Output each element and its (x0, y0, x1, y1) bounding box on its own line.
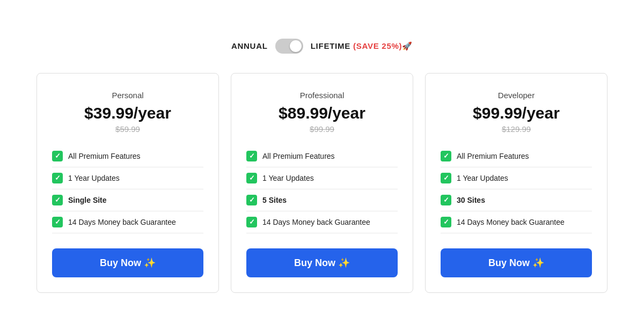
plans-container: Personal $39.99/year $59.99 ✓ All Premiu… (27, 73, 617, 293)
plan-price-personal: $39.99/year (84, 104, 171, 122)
save-badge: (SAVE 25%)🚀 (353, 41, 413, 50)
check-icon: ✓ (246, 151, 257, 161)
buy-button-developer[interactable]: Buy Now ✨ (441, 248, 592, 277)
feature-professional-1: ✓ 1 Year Updates (246, 167, 398, 189)
plan-card-developer: Developer $99.99/year $129.99 ✓ All Prem… (425, 73, 608, 293)
feature-developer-2: ✓ 30 Sites (441, 189, 592, 211)
feature-personal-0: ✓ All Premium Features (52, 145, 203, 167)
check-icon: ✓ (441, 195, 451, 205)
buy-button-personal[interactable]: Buy Now ✨ (52, 248, 203, 277)
annual-label: ANNUAL (231, 41, 268, 50)
billing-toggle-switch[interactable] (275, 39, 303, 54)
lifetime-label: LIFETIME (SAVE 25%)🚀 (311, 41, 413, 51)
plan-card-professional: Professional $89.99/year $99.99 ✓ All Pr… (231, 73, 413, 293)
feature-professional-2: ✓ 5 Sites (246, 189, 398, 211)
check-icon: ✓ (441, 173, 451, 183)
check-icon: ✓ (246, 195, 257, 205)
check-icon: ✓ (441, 151, 451, 161)
check-icon: ✓ (52, 151, 63, 161)
check-icon: ✓ (52, 217, 63, 227)
check-icon: ✓ (246, 173, 257, 183)
feature-personal-1: ✓ 1 Year Updates (52, 167, 203, 189)
features-list-developer: ✓ All Premium Features ✓ 1 Year Updates … (441, 145, 592, 233)
plan-name-personal: Personal (112, 91, 143, 100)
plan-original-price-personal: $59.99 (115, 124, 140, 134)
features-list-personal: ✓ All Premium Features ✓ 1 Year Updates … (52, 145, 203, 233)
plan-name-developer: Developer (498, 91, 535, 100)
check-icon: ✓ (52, 173, 63, 183)
buy-button-professional[interactable]: Buy Now ✨ (246, 248, 398, 277)
plan-name-professional: Professional (300, 91, 345, 100)
check-icon: ✓ (441, 217, 451, 227)
billing-toggle: ANNUAL LIFETIME (SAVE 25%)🚀 (231, 39, 413, 54)
feature-professional-0: ✓ All Premium Features (246, 145, 398, 167)
feature-developer-1: ✓ 1 Year Updates (441, 167, 592, 189)
feature-professional-3: ✓ 14 Days Money back Guarantee (246, 211, 398, 233)
check-icon: ✓ (246, 217, 257, 227)
feature-developer-0: ✓ All Premium Features (441, 145, 592, 167)
plan-original-price-professional: $99.99 (310, 124, 334, 134)
plan-price-developer: $99.99/year (473, 104, 560, 122)
toggle-track (275, 39, 303, 54)
plan-card-personal: Personal $39.99/year $59.99 ✓ All Premiu… (36, 73, 219, 293)
plan-price-professional: $89.99/year (279, 104, 365, 122)
feature-personal-2: ✓ Single Site (52, 189, 203, 211)
check-icon: ✓ (52, 195, 63, 205)
plan-original-price-developer: $129.99 (502, 124, 531, 134)
toggle-thumb (290, 40, 302, 52)
feature-personal-3: ✓ 14 Days Money back Guarantee (52, 211, 203, 233)
features-list-professional: ✓ All Premium Features ✓ 1 Year Updates … (246, 145, 398, 233)
feature-developer-3: ✓ 14 Days Money back Guarantee (441, 211, 592, 233)
